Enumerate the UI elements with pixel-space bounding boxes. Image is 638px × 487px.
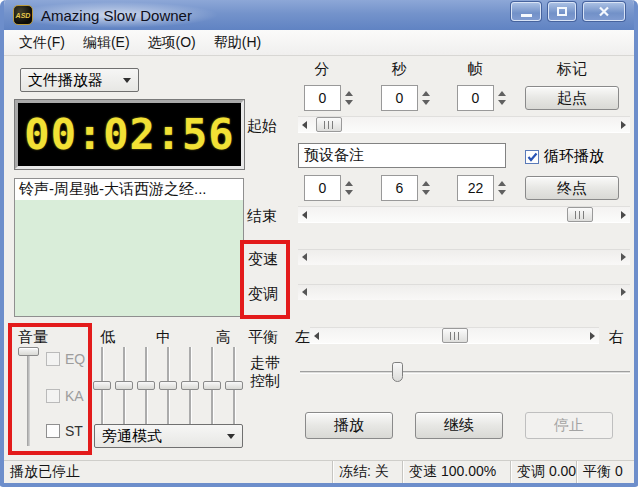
scroll-left-button[interactable] — [298, 116, 311, 133]
column-seconds-label: 秒 — [379, 60, 419, 79]
start-scroll-track[interactable] — [311, 116, 617, 133]
volume-slider-thumb[interactable] — [18, 347, 39, 356]
end-seconds-value[interactable]: 6 — [381, 175, 418, 201]
start-frames-spinner[interactable]: 0 — [457, 85, 510, 111]
eq-band-sliders — [92, 347, 244, 425]
end-minutes-spin-buttons[interactable] — [341, 175, 357, 201]
bypass-mode-select[interactable]: 旁通模式 — [94, 424, 243, 448]
title-group: ASD Amazing Slow Downer — [10, 2, 218, 28]
slider-thumb[interactable] — [392, 362, 403, 382]
slider-thumb[interactable] — [115, 381, 133, 390]
eq-band-slider[interactable] — [114, 347, 134, 425]
spin-up-icon — [345, 181, 353, 186]
column-mark-label: 标记 — [530, 60, 614, 79]
end-frames-spinner[interactable]: 22 — [457, 175, 510, 201]
start-position-scrollbar[interactable] — [298, 116, 630, 133]
end-minutes-value[interactable]: 0 — [304, 175, 341, 201]
bypass-mode-value: 旁通模式 — [102, 427, 162, 446]
menu-item-help[interactable]: 帮助(H) — [205, 30, 270, 55]
eq-band-slider[interactable] — [158, 347, 178, 425]
grip-icon — [450, 332, 460, 340]
start-point-button[interactable]: 起点 — [525, 86, 619, 110]
checkbox-box[interactable] — [525, 150, 539, 164]
scroll-right-button[interactable] — [586, 327, 599, 344]
scroll-right-button[interactable] — [617, 116, 630, 133]
statusbar: 播放已停止 冻结: 关 变速 100.00% 变调 0.00 平衡 0 — [4, 460, 634, 483]
transport-slider[interactable] — [298, 359, 632, 385]
menu-item-options[interactable]: 选项(O) — [139, 30, 205, 55]
spin-down-icon — [498, 100, 506, 105]
scroll-right-button[interactable] — [617, 206, 630, 223]
spin-down-icon — [422, 190, 430, 195]
slider-thumb[interactable] — [225, 381, 243, 390]
start-frames-spin-buttons[interactable] — [494, 85, 510, 111]
speed-slider[interactable] — [298, 249, 630, 265]
eq-band-slider[interactable] — [136, 347, 156, 425]
start-frames-value[interactable]: 0 — [457, 85, 494, 111]
menu-item-edit[interactable]: 编辑(E) — [74, 30, 139, 55]
spin-down-icon — [498, 190, 506, 195]
loop-playback-checkbox[interactable]: 循环播放 — [525, 147, 604, 166]
volume-slider-track[interactable] — [27, 352, 30, 446]
source-select[interactable]: 文件播放器 — [20, 68, 139, 92]
grip-icon — [324, 121, 334, 129]
eq-band-slider[interactable] — [202, 347, 222, 425]
resume-button[interactable]: 继续 — [415, 412, 503, 439]
scroll-left-button[interactable] — [298, 206, 311, 223]
end-seconds-spin-buttons[interactable] — [418, 175, 434, 201]
end-seconds-spinner[interactable]: 6 — [381, 175, 434, 201]
balance-scroll-thumb[interactable] — [442, 328, 468, 343]
grip-icon — [575, 211, 585, 219]
slider-thumb[interactable] — [181, 381, 199, 390]
eq-band-slider[interactable] — [180, 347, 200, 425]
scroll-left-button[interactable] — [310, 327, 323, 344]
end-point-button[interactable]: 终点 — [525, 176, 619, 200]
speed-label: 变速 — [248, 250, 278, 269]
start-minutes-spin-buttons[interactable] — [341, 85, 357, 111]
band-low-label: 低 — [100, 328, 115, 347]
end-minutes-spinner[interactable]: 0 — [304, 175, 357, 201]
end-frames-spin-buttons[interactable] — [494, 175, 510, 201]
start-seconds-value[interactable]: 0 — [381, 85, 418, 111]
arrow-right-icon — [590, 332, 595, 340]
transport-label-line2: 控制 — [250, 372, 280, 391]
menu-item-file[interactable]: 文件(F) — [10, 30, 74, 55]
checkbox-box[interactable] — [46, 389, 60, 403]
preset-note-input[interactable] — [298, 143, 506, 168]
status-state: 播放已停止 — [4, 461, 332, 483]
st-checkbox[interactable]: ST — [46, 423, 83, 439]
pitch-slider[interactable] — [298, 284, 630, 300]
balance-scrollbar[interactable] — [310, 327, 599, 344]
start-scroll-thumb[interactable] — [316, 117, 342, 132]
start-minutes-value[interactable]: 0 — [304, 85, 341, 111]
checkbox-box[interactable] — [46, 424, 60, 438]
checkbox-box[interactable] — [46, 352, 60, 366]
close-button[interactable] — [583, 2, 625, 21]
playlist-item[interactable]: 铃声-周星驰-大话西游之经... — [15, 179, 243, 200]
start-seconds-spin-buttons[interactable] — [418, 85, 434, 111]
balance-left-label: 左 — [295, 328, 310, 347]
eq-checkbox[interactable]: EQ — [46, 351, 85, 367]
eq-band-slider[interactable] — [92, 347, 112, 425]
arrow-left-icon — [314, 332, 319, 340]
ka-checkbox[interactable]: KA — [46, 388, 84, 404]
end-frames-value[interactable]: 22 — [457, 175, 494, 201]
slider-thumb[interactable] — [93, 381, 111, 390]
start-seconds-spinner[interactable]: 0 — [381, 85, 434, 111]
end-scroll-track[interactable] — [311, 206, 617, 223]
maximize-button[interactable] — [548, 2, 576, 21]
end-slider-label: 结束 — [247, 207, 277, 226]
titlebar: ASD Amazing Slow Downer — [4, 0, 634, 30]
start-minutes-spinner[interactable]: 0 — [304, 85, 357, 111]
slider-thumb[interactable] — [203, 381, 221, 390]
slider-thumb[interactable] — [159, 381, 177, 390]
eq-band-slider[interactable] — [224, 347, 244, 425]
time-display-value: 00:02:56 — [24, 110, 234, 159]
balance-scroll-track[interactable] — [323, 327, 586, 344]
playlist[interactable]: 铃声-周星驰-大话西游之经... — [14, 178, 244, 317]
end-position-scrollbar[interactable] — [298, 206, 630, 223]
end-scroll-thumb[interactable] — [567, 207, 593, 222]
minimize-button[interactable] — [511, 2, 541, 21]
play-button[interactable]: 播放 — [305, 412, 393, 439]
slider-thumb[interactable] — [137, 381, 155, 390]
